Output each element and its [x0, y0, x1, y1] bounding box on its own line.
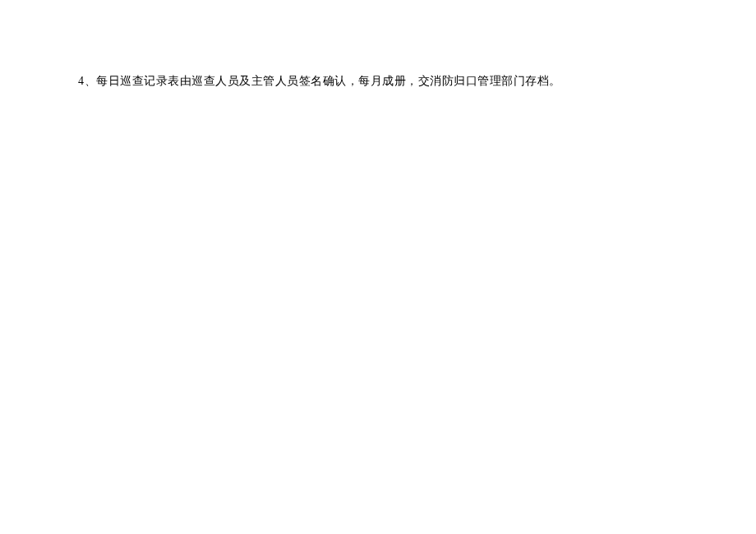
document-page: 4、每日巡查记录表由巡查人员及主管人员签名确认，每月成册，交消防归口管理部门存档… — [0, 0, 756, 534]
paragraph-item-4: 4、每日巡查记录表由巡查人员及主管人员签名确认，每月成册，交消防归口管理部门存档… — [78, 72, 678, 90]
